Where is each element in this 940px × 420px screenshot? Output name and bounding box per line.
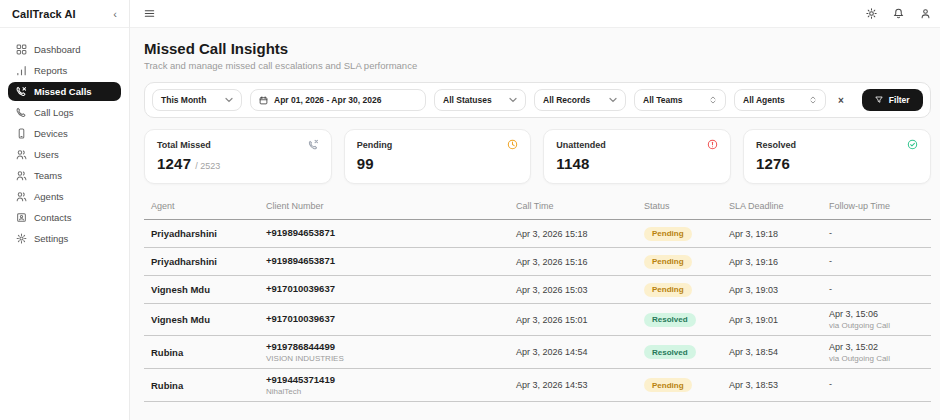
table-row[interactable]: Vignesh Mdu +917010039637 Apr 3, 2026 15… xyxy=(144,304,931,336)
page-subtitle: Track and manage missed call escalations… xyxy=(144,60,931,71)
status-badge: Resolved xyxy=(644,345,696,359)
chevrons-up-down-icon xyxy=(709,96,717,104)
call-time-cell: Apr 3, 2026 15:18 xyxy=(516,229,644,239)
sidebar-item-label: Teams xyxy=(34,170,62,181)
records-select[interactable]: All Records xyxy=(534,89,626,111)
sidebar-item-contacts[interactable]: Contacts xyxy=(8,208,121,227)
agent-cell: Vignesh Mdu xyxy=(151,284,266,295)
sidebar-collapse-icon[interactable]: ‹ xyxy=(113,8,117,20)
sidebar: CallTrack AI ‹ Dashboard Reports Missed … xyxy=(0,0,130,420)
sidebar-item-users[interactable]: Users xyxy=(8,145,121,164)
followup-cell: Apr 3, 15:02 via Outgoing Call xyxy=(829,342,931,363)
agent-cell: Priyadharshini xyxy=(151,228,266,239)
chevron-down-icon xyxy=(509,96,517,104)
status-badge: Pending xyxy=(644,255,692,269)
stat-card-pending: Pending 99 xyxy=(344,129,532,184)
sla-deadline-cell: Apr 3, 18:54 xyxy=(729,347,829,357)
sidebar-item-devices[interactable]: Devices xyxy=(8,124,121,143)
sidebar-item-agents[interactable]: Agents xyxy=(8,187,121,206)
theme-icon[interactable] xyxy=(866,8,877,19)
table-row[interactable]: Vignesh Mdu +917010039637 Apr 3, 2026 15… xyxy=(144,276,931,304)
status-cell: Resolved xyxy=(644,313,729,327)
records-value: All Records xyxy=(543,95,590,105)
table-row[interactable]: Rubina +919786844499 VISION INDUSTRIES A… xyxy=(144,336,931,369)
col-client-number: Client Number xyxy=(266,201,516,211)
stat-card-total-missed: Total Missed 1247 / 2523 xyxy=(144,129,332,184)
stat-label: Pending xyxy=(357,140,393,150)
call-time-cell: Apr 3, 2026 15:16 xyxy=(516,257,644,267)
sidebar-item-label: Agents xyxy=(34,191,64,202)
table-row[interactable]: Priyadharshini +919894653871 Apr 3, 2026… xyxy=(144,248,931,276)
statuses-select[interactable]: All Statuses xyxy=(434,89,526,111)
settings-icon xyxy=(16,233,27,244)
agent-cell: Priyadharshini xyxy=(151,256,266,267)
status-badge: Resolved xyxy=(644,313,696,327)
status-badge: Pending xyxy=(644,378,692,392)
app-window: CallTrack AI ‹ Dashboard Reports Missed … xyxy=(0,0,940,420)
clock-icon xyxy=(507,139,518,150)
sidebar-item-label: Settings xyxy=(34,233,68,244)
sidebar-item-missed-calls[interactable]: Missed Calls xyxy=(8,82,121,101)
agent-cell: Rubina xyxy=(151,380,266,391)
client-cell: +919786844499 VISION INDUSTRIES xyxy=(266,341,516,363)
date-range-value: Apr 01, 2026 - Apr 30, 2026 xyxy=(274,95,381,105)
sidebar-item-settings[interactable]: Settings xyxy=(8,229,121,248)
chevrons-up-down-icon xyxy=(809,96,817,104)
user-icon[interactable] xyxy=(920,8,931,19)
calendar-icon xyxy=(259,96,268,105)
filter-bar: This Month Apr 01, 2026 - Apr 30, 2026 A… xyxy=(144,82,931,118)
client-cell: +919894653871 xyxy=(266,227,516,240)
clear-filters-button[interactable]: × xyxy=(834,95,848,106)
date-range-picker[interactable]: Apr 01, 2026 - Apr 30, 2026 xyxy=(250,89,426,111)
followup-cell: - xyxy=(829,379,931,391)
client-number: +919894653871 xyxy=(266,227,516,238)
status-cell: Pending xyxy=(644,378,729,392)
teams-value: All Teams xyxy=(643,95,683,105)
devices-icon xyxy=(16,128,27,139)
table-row[interactable]: Priyadharshini +919894653871 Apr 3, 2026… xyxy=(144,220,931,248)
menu-icon[interactable] xyxy=(144,8,155,19)
users-icon xyxy=(16,149,27,160)
client-number: +919786844499 xyxy=(266,341,516,352)
teams-icon xyxy=(16,170,27,181)
followup-via: via Outgoing Call xyxy=(829,354,931,363)
followup-time: - xyxy=(829,284,931,294)
sidebar-item-dashboard[interactable]: Dashboard xyxy=(8,40,121,59)
statuses-value: All Statuses xyxy=(443,95,492,105)
client-cell: +919894653871 xyxy=(266,255,516,268)
followup-cell: Apr 3, 15:06 via Outgoing Call xyxy=(829,309,931,330)
topbar-actions xyxy=(866,8,931,19)
call-time-cell: Apr 3, 2026 15:03 xyxy=(516,285,644,295)
sidebar-item-call-logs[interactable]: Call Logs xyxy=(8,103,121,122)
period-select[interactable]: This Month xyxy=(152,89,242,111)
stat-label: Resolved xyxy=(756,140,796,150)
status-cell: Pending xyxy=(644,227,729,241)
sidebar-item-teams[interactable]: Teams xyxy=(8,166,121,185)
agents-select[interactable]: All Agents xyxy=(734,89,826,111)
phone-missed-icon xyxy=(308,139,319,150)
check-circle-icon xyxy=(907,139,918,150)
followup-cell: - xyxy=(829,256,931,268)
table-header: Agent Client Number Call Time Status SLA… xyxy=(144,197,931,220)
teams-select[interactable]: All Teams xyxy=(634,89,726,111)
stat-value: 99 xyxy=(357,155,374,172)
stat-suffix: / 2523 xyxy=(195,161,220,171)
status-badge: Pending xyxy=(644,283,692,297)
sidebar-nav: Dashboard Reports Missed Calls Call Logs… xyxy=(0,28,129,260)
sla-deadline-cell: Apr 3, 19:16 xyxy=(729,257,829,267)
status-cell: Pending xyxy=(644,283,729,297)
client-company: VISION INDUSTRIES xyxy=(266,354,516,363)
sidebar-item-reports[interactable]: Reports xyxy=(8,61,121,80)
bell-icon[interactable] xyxy=(893,8,904,19)
chevron-down-icon xyxy=(609,96,617,104)
client-number: +917010039637 xyxy=(266,313,516,324)
period-value: This Month xyxy=(161,95,206,105)
col-status: Status xyxy=(644,201,729,211)
call-time-cell: Apr 3, 2026 15:01 xyxy=(516,315,644,325)
table-row[interactable]: Rubina +919445371419 NihalTech Apr 3, 20… xyxy=(144,369,931,402)
call-time-cell: Apr 3, 2026 14:54 xyxy=(516,347,644,357)
sidebar-header: CallTrack AI ‹ xyxy=(0,0,129,28)
filter-button[interactable]: Filter xyxy=(862,89,923,111)
client-number: +919894653871 xyxy=(266,255,516,266)
followup-time: - xyxy=(829,256,931,266)
